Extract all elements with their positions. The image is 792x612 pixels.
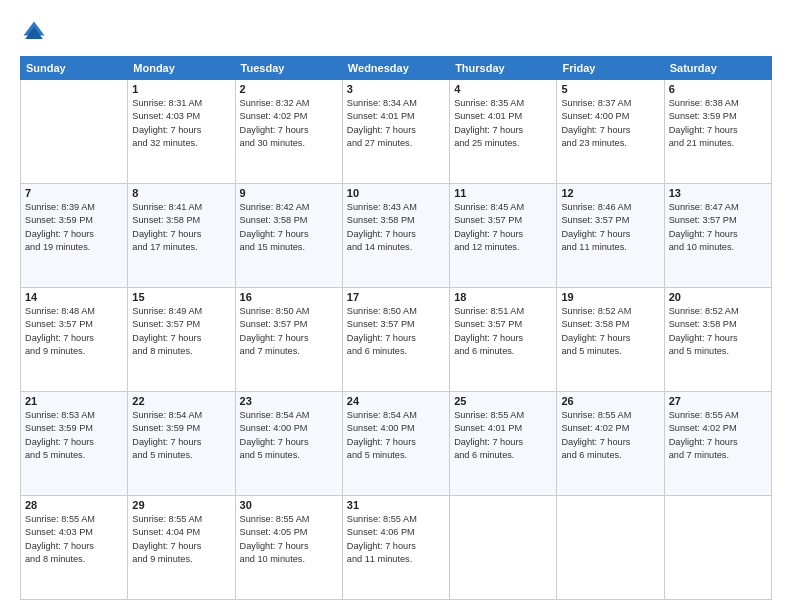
day-number: 11	[454, 187, 552, 199]
calendar-day-cell: 1Sunrise: 8:31 AMSunset: 4:03 PMDaylight…	[128, 80, 235, 184]
day-of-week-header: Tuesday	[235, 57, 342, 80]
day-info: Sunrise: 8:38 AMSunset: 3:59 PMDaylight:…	[669, 97, 767, 150]
day-number: 3	[347, 83, 445, 95]
day-number: 8	[132, 187, 230, 199]
day-info: Sunrise: 8:55 AMSunset: 4:02 PMDaylight:…	[669, 409, 767, 462]
day-number: 17	[347, 291, 445, 303]
day-info: Sunrise: 8:37 AMSunset: 4:00 PMDaylight:…	[561, 97, 659, 150]
calendar-day-cell	[21, 80, 128, 184]
day-number: 6	[669, 83, 767, 95]
calendar-day-cell: 24Sunrise: 8:54 AMSunset: 4:00 PMDayligh…	[342, 392, 449, 496]
calendar-day-cell: 10Sunrise: 8:43 AMSunset: 3:58 PMDayligh…	[342, 184, 449, 288]
day-info: Sunrise: 8:32 AMSunset: 4:02 PMDaylight:…	[240, 97, 338, 150]
logo	[20, 18, 52, 46]
day-number: 12	[561, 187, 659, 199]
day-number: 19	[561, 291, 659, 303]
calendar-week-row: 1Sunrise: 8:31 AMSunset: 4:03 PMDaylight…	[21, 80, 772, 184]
day-of-week-header: Wednesday	[342, 57, 449, 80]
day-info: Sunrise: 8:51 AMSunset: 3:57 PMDaylight:…	[454, 305, 552, 358]
day-number: 10	[347, 187, 445, 199]
calendar-day-cell: 25Sunrise: 8:55 AMSunset: 4:01 PMDayligh…	[450, 392, 557, 496]
day-number: 20	[669, 291, 767, 303]
day-number: 16	[240, 291, 338, 303]
calendar-week-row: 21Sunrise: 8:53 AMSunset: 3:59 PMDayligh…	[21, 392, 772, 496]
day-number: 25	[454, 395, 552, 407]
header	[20, 18, 772, 46]
calendar-week-row: 7Sunrise: 8:39 AMSunset: 3:59 PMDaylight…	[21, 184, 772, 288]
day-number: 4	[454, 83, 552, 95]
day-number: 23	[240, 395, 338, 407]
day-of-week-header: Saturday	[664, 57, 771, 80]
day-number: 18	[454, 291, 552, 303]
calendar-table: SundayMondayTuesdayWednesdayThursdayFrid…	[20, 56, 772, 600]
day-number: 14	[25, 291, 123, 303]
day-info: Sunrise: 8:55 AMSunset: 4:02 PMDaylight:…	[561, 409, 659, 462]
day-number: 28	[25, 499, 123, 511]
calendar-day-cell: 2Sunrise: 8:32 AMSunset: 4:02 PMDaylight…	[235, 80, 342, 184]
page: SundayMondayTuesdayWednesdayThursdayFrid…	[0, 0, 792, 612]
day-number: 9	[240, 187, 338, 199]
day-number: 29	[132, 499, 230, 511]
day-info: Sunrise: 8:34 AMSunset: 4:01 PMDaylight:…	[347, 97, 445, 150]
calendar-day-cell: 5Sunrise: 8:37 AMSunset: 4:00 PMDaylight…	[557, 80, 664, 184]
day-of-week-header: Friday	[557, 57, 664, 80]
day-number: 5	[561, 83, 659, 95]
day-number: 1	[132, 83, 230, 95]
calendar-day-cell: 15Sunrise: 8:49 AMSunset: 3:57 PMDayligh…	[128, 288, 235, 392]
calendar-day-cell: 9Sunrise: 8:42 AMSunset: 3:58 PMDaylight…	[235, 184, 342, 288]
calendar-day-cell: 4Sunrise: 8:35 AMSunset: 4:01 PMDaylight…	[450, 80, 557, 184]
calendar-day-cell: 22Sunrise: 8:54 AMSunset: 3:59 PMDayligh…	[128, 392, 235, 496]
day-number: 2	[240, 83, 338, 95]
day-of-week-header: Monday	[128, 57, 235, 80]
calendar-day-cell: 19Sunrise: 8:52 AMSunset: 3:58 PMDayligh…	[557, 288, 664, 392]
calendar-day-cell: 18Sunrise: 8:51 AMSunset: 3:57 PMDayligh…	[450, 288, 557, 392]
calendar-header-row: SundayMondayTuesdayWednesdayThursdayFrid…	[21, 57, 772, 80]
day-info: Sunrise: 8:54 AMSunset: 4:00 PMDaylight:…	[240, 409, 338, 462]
day-info: Sunrise: 8:43 AMSunset: 3:58 PMDaylight:…	[347, 201, 445, 254]
day-number: 24	[347, 395, 445, 407]
day-number: 21	[25, 395, 123, 407]
day-info: Sunrise: 8:55 AMSunset: 4:05 PMDaylight:…	[240, 513, 338, 566]
calendar-day-cell: 13Sunrise: 8:47 AMSunset: 3:57 PMDayligh…	[664, 184, 771, 288]
day-number: 30	[240, 499, 338, 511]
calendar-day-cell: 31Sunrise: 8:55 AMSunset: 4:06 PMDayligh…	[342, 496, 449, 600]
calendar-day-cell: 12Sunrise: 8:46 AMSunset: 3:57 PMDayligh…	[557, 184, 664, 288]
calendar-week-row: 28Sunrise: 8:55 AMSunset: 4:03 PMDayligh…	[21, 496, 772, 600]
day-info: Sunrise: 8:39 AMSunset: 3:59 PMDaylight:…	[25, 201, 123, 254]
calendar-day-cell: 8Sunrise: 8:41 AMSunset: 3:58 PMDaylight…	[128, 184, 235, 288]
calendar-day-cell: 11Sunrise: 8:45 AMSunset: 3:57 PMDayligh…	[450, 184, 557, 288]
calendar-day-cell: 27Sunrise: 8:55 AMSunset: 4:02 PMDayligh…	[664, 392, 771, 496]
calendar-day-cell: 30Sunrise: 8:55 AMSunset: 4:05 PMDayligh…	[235, 496, 342, 600]
day-info: Sunrise: 8:55 AMSunset: 4:04 PMDaylight:…	[132, 513, 230, 566]
calendar-day-cell	[557, 496, 664, 600]
day-info: Sunrise: 8:31 AMSunset: 4:03 PMDaylight:…	[132, 97, 230, 150]
calendar-day-cell: 20Sunrise: 8:52 AMSunset: 3:58 PMDayligh…	[664, 288, 771, 392]
day-number: 31	[347, 499, 445, 511]
day-of-week-header: Thursday	[450, 57, 557, 80]
calendar-day-cell: 6Sunrise: 8:38 AMSunset: 3:59 PMDaylight…	[664, 80, 771, 184]
calendar-day-cell: 26Sunrise: 8:55 AMSunset: 4:02 PMDayligh…	[557, 392, 664, 496]
day-info: Sunrise: 8:47 AMSunset: 3:57 PMDaylight:…	[669, 201, 767, 254]
day-info: Sunrise: 8:49 AMSunset: 3:57 PMDaylight:…	[132, 305, 230, 358]
calendar-week-row: 14Sunrise: 8:48 AMSunset: 3:57 PMDayligh…	[21, 288, 772, 392]
day-info: Sunrise: 8:35 AMSunset: 4:01 PMDaylight:…	[454, 97, 552, 150]
day-info: Sunrise: 8:55 AMSunset: 4:01 PMDaylight:…	[454, 409, 552, 462]
day-info: Sunrise: 8:45 AMSunset: 3:57 PMDaylight:…	[454, 201, 552, 254]
day-info: Sunrise: 8:50 AMSunset: 3:57 PMDaylight:…	[347, 305, 445, 358]
day-number: 7	[25, 187, 123, 199]
calendar-day-cell: 28Sunrise: 8:55 AMSunset: 4:03 PMDayligh…	[21, 496, 128, 600]
calendar-day-cell: 16Sunrise: 8:50 AMSunset: 3:57 PMDayligh…	[235, 288, 342, 392]
calendar-day-cell	[664, 496, 771, 600]
calendar-day-cell: 23Sunrise: 8:54 AMSunset: 4:00 PMDayligh…	[235, 392, 342, 496]
day-number: 27	[669, 395, 767, 407]
day-info: Sunrise: 8:55 AMSunset: 4:03 PMDaylight:…	[25, 513, 123, 566]
day-of-week-header: Sunday	[21, 57, 128, 80]
day-info: Sunrise: 8:52 AMSunset: 3:58 PMDaylight:…	[561, 305, 659, 358]
calendar-day-cell	[450, 496, 557, 600]
day-info: Sunrise: 8:54 AMSunset: 3:59 PMDaylight:…	[132, 409, 230, 462]
day-number: 26	[561, 395, 659, 407]
calendar-day-cell: 3Sunrise: 8:34 AMSunset: 4:01 PMDaylight…	[342, 80, 449, 184]
day-info: Sunrise: 8:41 AMSunset: 3:58 PMDaylight:…	[132, 201, 230, 254]
calendar-day-cell: 21Sunrise: 8:53 AMSunset: 3:59 PMDayligh…	[21, 392, 128, 496]
day-number: 22	[132, 395, 230, 407]
